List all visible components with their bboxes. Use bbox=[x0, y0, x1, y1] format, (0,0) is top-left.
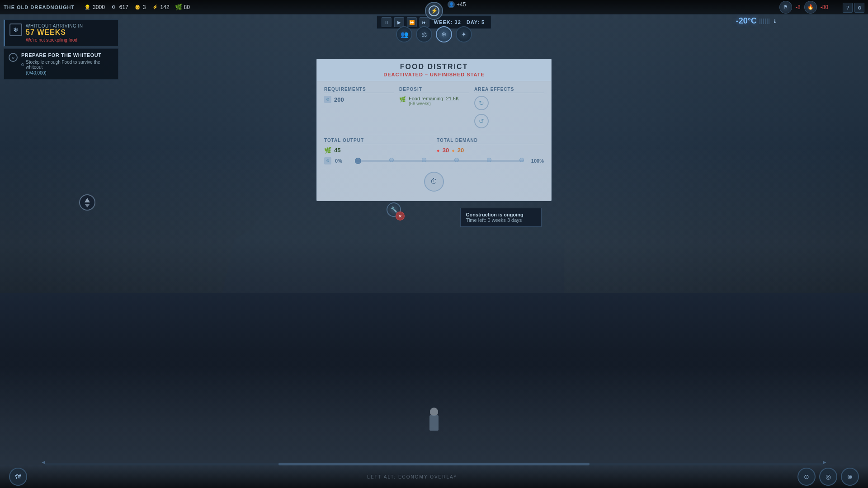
cancel-construction-button[interactable]: ✕ bbox=[396, 211, 405, 221]
generator-icon: ⚡ bbox=[429, 5, 439, 16]
slider-track[interactable] bbox=[355, 160, 524, 162]
slider-dot-1[interactable] bbox=[389, 158, 394, 162]
objective-progress: (0/40,000) bbox=[26, 70, 113, 75]
temp-tick-4 bbox=[765, 19, 766, 24]
scroll-arrow-left[interactable]: ◄ bbox=[41, 459, 46, 465]
minimap-button[interactable]: 🗺 bbox=[9, 468, 27, 486]
panel-separator bbox=[324, 134, 544, 134]
generator-button[interactable]: ⚡ bbox=[425, 2, 443, 20]
laws-icon-btn[interactable]: ⚖ bbox=[416, 26, 432, 42]
scouting-value: -8 bbox=[796, 4, 801, 10]
total-output-label: TOTAL OUTPUT bbox=[324, 138, 431, 144]
icon-bar: 👥 ⚖ ❄ ✦ bbox=[396, 26, 472, 42]
help-button[interactable]: ? bbox=[843, 3, 853, 13]
slider-dot-4[interactable] bbox=[487, 158, 491, 162]
whiteout-arriving-label: WHITEOUT ARRIVING IN bbox=[26, 23, 83, 28]
faster-forward-button[interactable]: ⏭ bbox=[420, 17, 429, 27]
fast-forward-button[interactable]: ⏩ bbox=[407, 17, 417, 27]
heat-level-icon: 🌡 bbox=[772, 18, 778, 24]
effect-refresh-icon: ↺ bbox=[474, 114, 489, 128]
output-values: 🌿 45 bbox=[324, 147, 431, 154]
steam-icon: ⚡ bbox=[151, 4, 159, 11]
top-btn-group: ? ⚙ bbox=[843, 3, 864, 13]
effect-sync-icon: ↻ bbox=[474, 96, 489, 110]
requirements-value: 200 bbox=[334, 96, 344, 103]
objective-content: PREPARE FOR THE WHITEOUT Stockpile enoug… bbox=[21, 52, 113, 75]
demand-red-value: 30 bbox=[443, 147, 449, 154]
temp-tick-5 bbox=[767, 19, 768, 24]
objective-card: ○ PREPARE FOR THE WHITEOUT Stockpile eno… bbox=[4, 48, 118, 80]
panel-title: FOOD DISTRICT bbox=[322, 63, 546, 71]
temp-tick-2 bbox=[761, 19, 762, 24]
waypoint-marker[interactable] bbox=[79, 194, 95, 211]
economy-overlay-hint: LEFT ALT: ECONOMY OVERLAY bbox=[367, 474, 457, 479]
scouting-icon[interactable]: ⚑ bbox=[779, 1, 792, 14]
slider-gear-icon: ⚙ bbox=[324, 157, 331, 164]
deposit-label: DEPOSIT bbox=[399, 87, 469, 93]
food-icon: 🌿 bbox=[175, 4, 182, 11]
population-icon-btn[interactable]: 👥 bbox=[396, 26, 412, 42]
overlay-button-2[interactable]: ◎ bbox=[819, 468, 837, 486]
bottom-bar: 🗺 LEFT ALT: ECONOMY OVERLAY ⊙ ◎ ⊗ bbox=[0, 465, 868, 488]
player-character bbox=[425, 407, 443, 434]
output-demand-row: TOTAL OUTPUT 🌿 45 TOTAL DEMAND ● 30 ● 20 bbox=[324, 138, 544, 154]
children-icon: 👶 bbox=[134, 4, 141, 11]
play-button[interactable]: ▶ bbox=[394, 17, 404, 27]
whiteout-card: ❄ WHITEOUT ARRIVING IN 57 WEEKS We're no… bbox=[4, 19, 118, 47]
children-resource: 👶 3 bbox=[134, 4, 146, 11]
population-icon: 👤 bbox=[448, 1, 455, 8]
objective-icon: ○ bbox=[9, 53, 18, 62]
objective-title: PREPARE FOR THE WHITEOUT bbox=[21, 52, 113, 58]
output-food-icon: 🌿 bbox=[324, 147, 331, 154]
overlay-button-3[interactable]: ⊗ bbox=[841, 468, 859, 486]
requirements-gear-icon: ⚙ bbox=[324, 96, 331, 103]
temperature-bar bbox=[760, 19, 769, 24]
slider-dot-0[interactable] bbox=[355, 158, 361, 164]
production-slider[interactable]: ⚙ 0% 100% bbox=[324, 154, 544, 168]
demand-orange-icon: ● bbox=[452, 148, 455, 153]
construction-tooltip: Construction is ongoing Time left: 0 wee… bbox=[460, 208, 542, 227]
temp-tick-6 bbox=[769, 19, 769, 24]
temperature-display: -20°C 🌡 bbox=[736, 16, 778, 26]
demand-values: ● 30 ● 20 bbox=[437, 147, 544, 154]
whiteout-info: WHITEOUT ARRIVING IN 57 WEEKS We're not … bbox=[26, 23, 83, 42]
purpose-icon-btn[interactable]: ✦ bbox=[456, 26, 472, 42]
food-resource: 🌿 80 bbox=[175, 4, 190, 11]
overlay-button-1[interactable]: ⊙ bbox=[797, 468, 816, 486]
area-effects-section: AREA EFFECTS ↻ ↺ bbox=[474, 87, 544, 128]
week-day-display: WEEK: 32 DAY: 5 bbox=[434, 19, 485, 25]
food-district-panel: FOOD DISTRICT DEACTIVATED – UNFINISHED S… bbox=[316, 59, 552, 201]
slider-dot-2[interactable] bbox=[422, 158, 426, 162]
left-panel: ❄ WHITEOUT ARRIVING IN 57 WEEKS We're no… bbox=[0, 0, 122, 83]
temperature-value: -20°C bbox=[736, 16, 757, 26]
deposit-section: DEPOSIT 🌿 Food remaining: 21.6K (68 week… bbox=[399, 87, 469, 128]
temp-tick-1 bbox=[760, 19, 760, 24]
panel-status: DEACTIVATED – UNFINISHED STATE bbox=[322, 72, 546, 77]
objective-text: Stockpile enough Food to survive the whi… bbox=[26, 60, 113, 70]
snow-icon-btn[interactable]: ❄ bbox=[436, 26, 452, 42]
slider-right-label: 100% bbox=[528, 158, 544, 164]
construction-marker: 🔧 ✕ bbox=[387, 202, 401, 217]
whiteout-card-icon: ❄ bbox=[9, 23, 22, 36]
slider-dots bbox=[355, 158, 524, 164]
pause-button[interactable]: ⏸ bbox=[382, 17, 392, 27]
scouting-section: ⚑ -8 🔥 -80 bbox=[779, 1, 828, 14]
waypoint-icon bbox=[79, 194, 95, 211]
requirements-row: REQUIREMENTS ⚙ 200 DEPOSIT 🌿 Food remain… bbox=[324, 87, 544, 128]
requirements-section: REQUIREMENTS ⚙ 200 bbox=[324, 87, 394, 128]
steam-resource: ⚡ 142 bbox=[151, 4, 170, 11]
district-action-button[interactable]: ⏱ bbox=[424, 172, 444, 192]
settings-button[interactable]: ⚙ bbox=[854, 3, 864, 13]
slider-left-label: 0% bbox=[335, 158, 351, 164]
food-value: 80 bbox=[184, 4, 190, 10]
scroll-arrow-right[interactable]: ► bbox=[822, 459, 827, 465]
tooltip-title: Construction is ongoing bbox=[466, 212, 536, 217]
slider-dot-5[interactable] bbox=[519, 158, 524, 162]
area-effects-label: AREA EFFECTS bbox=[474, 87, 544, 93]
total-demand-section: TOTAL DEMAND ● 30 ● 20 bbox=[437, 138, 544, 154]
steam-value: 142 bbox=[160, 4, 170, 10]
bottom-nav-left: 🗺 bbox=[9, 468, 27, 486]
heat-icon[interactable]: 🔥 bbox=[804, 1, 817, 14]
slider-dot-3[interactable] bbox=[454, 158, 459, 162]
tooltip-time: Time left: 0 weeks 3 days bbox=[466, 217, 536, 223]
